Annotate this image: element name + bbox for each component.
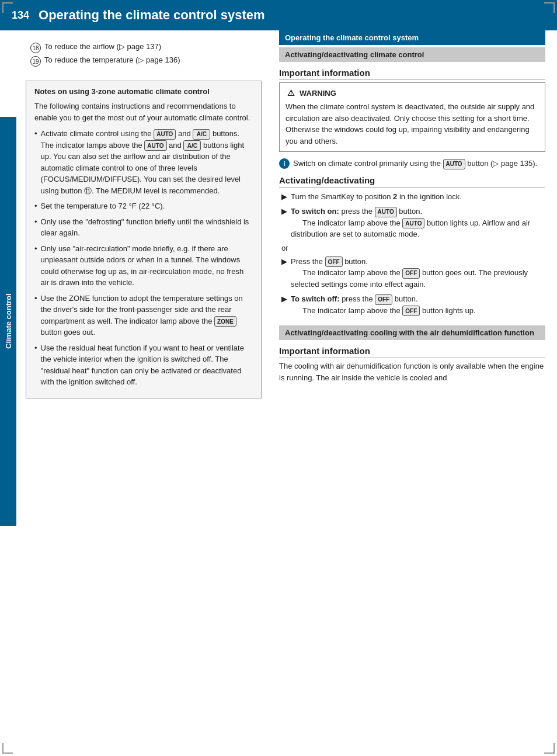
steps-list-1: ▶ Turn the SmartKey to position 2 in the… <box>279 191 545 240</box>
notes-box-title: Notes on using 3-zone automatic climate … <box>34 87 253 96</box>
numbered-item-19: 19 To reduce the temperature (▷ page 136… <box>30 56 262 67</box>
off-btn-1: OFF <box>325 256 343 267</box>
item-19-text: To reduce the temperature (▷ page 136) <box>44 56 180 64</box>
right-column: Operating the climate control system Act… <box>273 30 557 418</box>
or-text: or <box>281 244 545 252</box>
warning-text: When the climate control system is deact… <box>286 101 539 147</box>
bullet-1: Activate climate control using the AUTO … <box>34 128 253 196</box>
num-19: 19 <box>30 56 41 67</box>
auto-btn-1: AUTO <box>154 129 176 140</box>
bullet-4: Only use "air-recirculation" mode briefl… <box>34 243 253 289</box>
steps-list-2: ▶ Press the OFF button. The indicator la… <box>279 256 545 317</box>
info-icon: i <box>279 158 290 169</box>
numbered-item-18: 18 To reduce the airflow (▷ page 137) <box>30 42 262 53</box>
activating-title: Activating/deactivating <box>279 175 545 188</box>
header-bar: 134 Operating the climate control system <box>0 0 557 30</box>
warning-title: ⚠ WARNING <box>286 88 539 98</box>
arrow-4: ▶ <box>281 293 287 305</box>
section2-header: Activating/deactivating cooling with the… <box>279 325 545 340</box>
num-18: 18 <box>30 43 41 53</box>
off-btn-2: OFF <box>402 268 420 279</box>
off-btn-3: OFF <box>375 294 392 305</box>
step-4: ▶ To switch off: press the OFF button. T… <box>279 293 545 316</box>
ac-btn-2: A/C <box>183 140 201 151</box>
numbered-items: 18 To reduce the airflow (▷ page 137) 19… <box>26 42 262 67</box>
corner-mark-br <box>544 743 555 754</box>
warning-box: ⚠ WARNING When the climate control syste… <box>279 82 545 152</box>
info-note: i Switch on climate control primarily us… <box>279 158 545 169</box>
bottom-section: Activating/deactivating cooling with the… <box>279 325 545 383</box>
bullet-5: Use the ZONE function to adopt the tempe… <box>34 293 253 338</box>
notes-box-intro: The following contains instructions and … <box>34 100 253 123</box>
bullet-6: Use the residual heat function if you wa… <box>34 342 253 388</box>
notes-bullet-list: Activate climate control using the AUTO … <box>34 128 253 388</box>
auto-btn-step2: AUTO <box>402 218 424 228</box>
zone-btn: ZONE <box>214 316 236 327</box>
warning-icon: ⚠ <box>286 88 296 98</box>
auto-btn-step: AUTO <box>375 207 397 217</box>
ac-btn-1: A/C <box>193 129 210 140</box>
notes-box: Notes on using 3-zone automatic climate … <box>26 81 262 398</box>
info-note-text: Switch on climate control primarily usin… <box>293 158 537 169</box>
auto-btn-2: AUTO <box>144 140 166 151</box>
side-tab: Climate control <box>0 117 16 526</box>
corner-mark-tl <box>2 2 13 13</box>
step-1: ▶ Turn the SmartKey to position 2 in the… <box>279 191 545 203</box>
bullet-2: Set the temperature to 72 °F (22 °C). <box>34 200 253 212</box>
arrow-1: ▶ <box>281 191 287 203</box>
auto-btn-info: AUTO <box>443 159 465 169</box>
page-number: 134 <box>12 9 29 22</box>
corner-mark-tr <box>544 2 555 13</box>
left-column: 18 To reduce the airflow (▷ page 137) 19… <box>16 30 273 418</box>
arrow-2: ▶ <box>281 206 287 217</box>
arrow-3: ▶ <box>281 256 287 268</box>
step-2: ▶ To switch on: press the AUTO button. T… <box>279 206 545 240</box>
off-btn-4: OFF <box>402 306 420 316</box>
step-3: ▶ Press the OFF button. The indicator la… <box>279 256 545 290</box>
important-info-title: Important information <box>279 68 545 80</box>
section1-subheader: Activating/deactivating climate control <box>279 47 545 62</box>
bullet-3: Only use the "defrosting" function brief… <box>34 216 253 239</box>
item-18-text: To reduce the airflow (▷ page 137) <box>44 42 161 51</box>
section2-text: The cooling with air dehumidification fu… <box>279 360 545 383</box>
corner-mark-bl <box>2 743 13 754</box>
section2-important-title: Important information <box>279 346 545 358</box>
section1-header: Operating the climate control system <box>279 30 545 45</box>
content-wrapper: 18 To reduce the airflow (▷ page 137) 19… <box>0 30 557 418</box>
header-title: Operating the climate control system <box>39 8 265 23</box>
